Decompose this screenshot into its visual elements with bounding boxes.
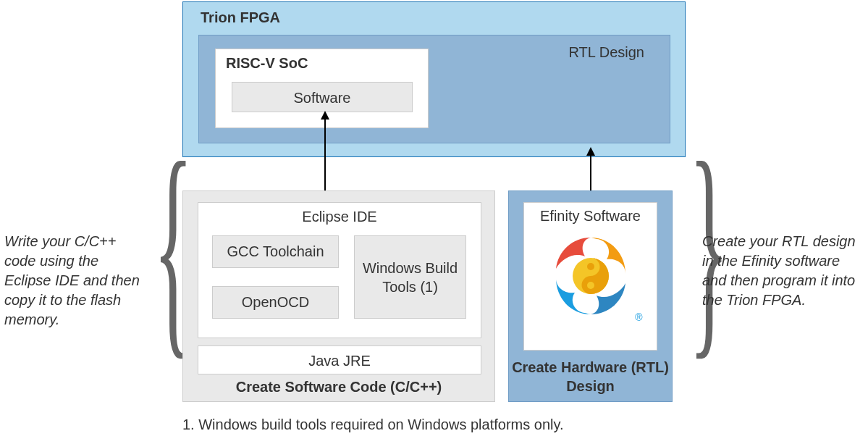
rtl-design-box: RTL Design RISC-V SoC Software bbox=[198, 35, 670, 143]
rtl-design-label: RTL Design bbox=[569, 44, 645, 61]
registered-trademark-icon: ® bbox=[635, 311, 642, 323]
gcc-toolchain-box: GCC Toolchain bbox=[212, 235, 339, 268]
arrow-head-icon bbox=[321, 111, 329, 120]
svg-point-2 bbox=[587, 282, 594, 289]
windows-build-tools-box: Windows Build Tools (1) bbox=[354, 235, 466, 319]
trion-fpga-title: Trion FPGA bbox=[201, 9, 280, 26]
arrow-sw-to-soc bbox=[324, 118, 326, 190]
efinity-software-label: Efinity Software bbox=[524, 203, 657, 225]
arrow-head-icon bbox=[586, 147, 595, 156]
create-hardware-title: Create Hardware (RTL) Design bbox=[509, 358, 672, 395]
left-annotation-text: Write your C/C++ code using the Eclipse … bbox=[4, 232, 142, 330]
right-annotation-text: Create your RTL design in the Efinity so… bbox=[702, 232, 861, 310]
svg-point-1 bbox=[587, 263, 594, 270]
riscv-soc-title: RISC-V SoC bbox=[226, 55, 308, 72]
create-software-title: Create Software Code (C/C++) bbox=[183, 379, 494, 395]
software-box: Software bbox=[232, 82, 413, 112]
openocd-box: OpenOCD bbox=[212, 286, 339, 319]
footnote-text: 1. Windows build tools required on Windo… bbox=[182, 416, 564, 433]
trion-fpga-box: Trion FPGA RTL Design RISC-V SoC Softwar… bbox=[182, 1, 686, 157]
create-hardware-block: Efinity Software ® Create Hardware (RTL)… bbox=[508, 190, 673, 402]
arrow-hw-to-rtl bbox=[590, 154, 591, 190]
eclipse-ide-box: Eclipse IDE GCC Toolchain OpenOCD Window… bbox=[198, 202, 481, 338]
efinity-logo-icon: ® bbox=[540, 229, 641, 323]
create-software-block: Eclipse IDE GCC Toolchain OpenOCD Window… bbox=[182, 190, 495, 402]
efinity-software-box: Efinity Software ® bbox=[523, 202, 657, 351]
java-jre-box: Java JRE bbox=[198, 345, 481, 374]
eclipse-ide-label: Eclipse IDE bbox=[198, 203, 481, 225]
